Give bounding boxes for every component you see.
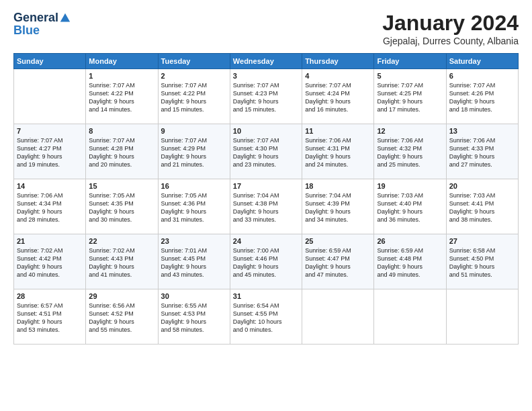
day-info: Sunrise: 7:06 AM Sunset: 4:34 PM Dayligh…	[17, 191, 83, 224]
table-row: 23Sunrise: 7:01 AM Sunset: 4:45 PM Dayli…	[158, 234, 230, 289]
day-number: 1	[89, 72, 154, 80]
day-info: Sunrise: 7:07 AM Sunset: 4:29 PM Dayligh…	[161, 136, 227, 169]
day-info: Sunrise: 7:07 AM Sunset: 4:23 PM Dayligh…	[233, 81, 299, 114]
day-number: 8	[89, 127, 154, 135]
day-info: Sunrise: 7:01 AM Sunset: 4:45 PM Dayligh…	[161, 246, 227, 279]
day-number: 2	[161, 72, 227, 80]
day-number: 14	[17, 182, 83, 190]
day-info: Sunrise: 7:06 AM Sunset: 4:32 PM Dayligh…	[377, 136, 443, 169]
logo-blue-text: Blue	[13, 24, 40, 38]
day-info: Sunrise: 6:54 AM Sunset: 4:55 PM Dayligh…	[233, 302, 299, 334]
day-number: 31	[233, 292, 299, 300]
table-row	[446, 289, 518, 345]
day-info: Sunrise: 7:07 AM Sunset: 4:28 PM Dayligh…	[89, 136, 154, 169]
day-number: 21	[17, 237, 83, 245]
day-number: 9	[161, 127, 227, 135]
logo: General Blue	[13, 11, 71, 38]
table-row: 8Sunrise: 7:07 AM Sunset: 4:28 PM Daylig…	[86, 124, 158, 179]
table-row: 17Sunrise: 7:04 AM Sunset: 4:38 PM Dayli…	[230, 179, 302, 234]
col-header-sunday: Sunday	[14, 54, 86, 69]
day-info: Sunrise: 7:07 AM Sunset: 4:25 PM Dayligh…	[377, 81, 443, 114]
table-row	[14, 69, 86, 124]
day-info: Sunrise: 6:55 AM Sunset: 4:53 PM Dayligh…	[161, 302, 227, 334]
day-info: Sunrise: 7:04 AM Sunset: 4:38 PM Dayligh…	[233, 191, 299, 224]
table-row: 7Sunrise: 7:07 AM Sunset: 4:27 PM Daylig…	[14, 124, 86, 179]
table-row: 22Sunrise: 7:02 AM Sunset: 4:43 PM Dayli…	[86, 234, 158, 289]
table-row: 29Sunrise: 6:56 AM Sunset: 4:52 PM Dayli…	[86, 289, 158, 345]
day-number: 20	[449, 182, 515, 190]
day-info: Sunrise: 6:59 AM Sunset: 4:47 PM Dayligh…	[305, 246, 371, 279]
table-row: 31Sunrise: 6:54 AM Sunset: 4:55 PM Dayli…	[230, 289, 302, 345]
day-info: Sunrise: 7:07 AM Sunset: 4:22 PM Dayligh…	[161, 81, 227, 114]
day-number: 17	[233, 182, 299, 190]
day-info: Sunrise: 7:07 AM Sunset: 4:22 PM Dayligh…	[89, 81, 154, 114]
col-header-wednesday: Wednesday	[230, 54, 302, 69]
day-info: Sunrise: 6:59 AM Sunset: 4:48 PM Dayligh…	[377, 246, 443, 279]
day-number: 25	[305, 237, 371, 245]
table-row: 19Sunrise: 7:03 AM Sunset: 4:40 PM Dayli…	[374, 179, 446, 234]
location-subtitle: Gjepalaj, Durres County, Albania	[382, 36, 519, 46]
table-row: 9Sunrise: 7:07 AM Sunset: 4:29 PM Daylig…	[158, 124, 230, 179]
col-header-friday: Friday	[374, 54, 446, 69]
table-row: 1Sunrise: 7:07 AM Sunset: 4:22 PM Daylig…	[86, 69, 158, 124]
day-number: 11	[305, 127, 371, 135]
day-info: Sunrise: 7:06 AM Sunset: 4:31 PM Dayligh…	[305, 136, 371, 169]
svg-marker-0	[60, 13, 70, 21]
day-number: 23	[161, 237, 227, 245]
table-row: 18Sunrise: 7:04 AM Sunset: 4:39 PM Dayli…	[302, 179, 374, 234]
table-row: 26Sunrise: 6:59 AM Sunset: 4:48 PM Dayli…	[374, 234, 446, 289]
table-row: 21Sunrise: 7:02 AM Sunset: 4:42 PM Dayli…	[14, 234, 86, 289]
table-row: 16Sunrise: 7:05 AM Sunset: 4:36 PM Dayli…	[158, 179, 230, 234]
day-info: Sunrise: 7:06 AM Sunset: 4:33 PM Dayligh…	[449, 136, 515, 169]
col-header-tuesday: Tuesday	[158, 54, 230, 69]
day-number: 12	[377, 127, 443, 135]
day-info: Sunrise: 7:07 AM Sunset: 4:26 PM Dayligh…	[449, 81, 515, 114]
table-row: 3Sunrise: 7:07 AM Sunset: 4:23 PM Daylig…	[230, 69, 302, 124]
day-number: 19	[377, 182, 443, 190]
table-row: 27Sunrise: 6:58 AM Sunset: 4:50 PM Dayli…	[446, 234, 518, 289]
table-row: 24Sunrise: 7:00 AM Sunset: 4:46 PM Dayli…	[230, 234, 302, 289]
day-info: Sunrise: 7:07 AM Sunset: 4:24 PM Dayligh…	[305, 81, 371, 114]
calendar-table: SundayMondayTuesdayWednesdayThursdayFrid…	[13, 53, 519, 345]
day-number: 30	[161, 292, 227, 300]
table-row: 14Sunrise: 7:06 AM Sunset: 4:34 PM Dayli…	[14, 179, 86, 234]
day-number: 13	[449, 127, 515, 135]
day-info: Sunrise: 7:05 AM Sunset: 4:36 PM Dayligh…	[161, 191, 227, 224]
logo-icon	[59, 12, 71, 24]
table-row: 28Sunrise: 6:57 AM Sunset: 4:51 PM Dayli…	[14, 289, 86, 345]
col-header-monday: Monday	[86, 54, 158, 69]
day-number: 6	[449, 72, 515, 80]
col-header-thursday: Thursday	[302, 54, 374, 69]
logo-general-text: General	[13, 11, 58, 25]
col-header-saturday: Saturday	[446, 54, 518, 69]
day-number: 26	[377, 237, 443, 245]
day-info: Sunrise: 7:02 AM Sunset: 4:43 PM Dayligh…	[89, 246, 154, 279]
table-row: 12Sunrise: 7:06 AM Sunset: 4:32 PM Dayli…	[374, 124, 446, 179]
day-number: 28	[17, 292, 83, 300]
day-number: 24	[233, 237, 299, 245]
day-number: 5	[377, 72, 443, 80]
table-row: 11Sunrise: 7:06 AM Sunset: 4:31 PM Dayli…	[302, 124, 374, 179]
day-info: Sunrise: 7:02 AM Sunset: 4:42 PM Dayligh…	[17, 246, 83, 279]
title-block: January 2024 Gjepalaj, Durres County, Al…	[382, 11, 519, 46]
table-row: 13Sunrise: 7:06 AM Sunset: 4:33 PM Dayli…	[446, 124, 518, 179]
table-row	[374, 289, 446, 345]
table-row: 15Sunrise: 7:05 AM Sunset: 4:35 PM Dayli…	[86, 179, 158, 234]
day-number: 10	[233, 127, 299, 135]
day-info: Sunrise: 7:03 AM Sunset: 4:40 PM Dayligh…	[377, 191, 443, 224]
table-row: 20Sunrise: 7:03 AM Sunset: 4:41 PM Dayli…	[446, 179, 518, 234]
day-number: 7	[17, 127, 83, 135]
day-number: 4	[305, 72, 371, 80]
table-row: 25Sunrise: 6:59 AM Sunset: 4:47 PM Dayli…	[302, 234, 374, 289]
table-row: 5Sunrise: 7:07 AM Sunset: 4:25 PM Daylig…	[374, 69, 446, 124]
day-number: 18	[305, 182, 371, 190]
day-info: Sunrise: 6:58 AM Sunset: 4:50 PM Dayligh…	[449, 246, 515, 279]
day-info: Sunrise: 7:03 AM Sunset: 4:41 PM Dayligh…	[449, 191, 515, 224]
day-info: Sunrise: 7:07 AM Sunset: 4:27 PM Dayligh…	[17, 136, 83, 169]
day-number: 15	[89, 182, 154, 190]
table-row: 4Sunrise: 7:07 AM Sunset: 4:24 PM Daylig…	[302, 69, 374, 124]
day-info: Sunrise: 7:05 AM Sunset: 4:35 PM Dayligh…	[89, 191, 154, 224]
day-number: 29	[89, 292, 154, 300]
day-info: Sunrise: 6:57 AM Sunset: 4:51 PM Dayligh…	[17, 302, 83, 334]
table-row: 30Sunrise: 6:55 AM Sunset: 4:53 PM Dayli…	[158, 289, 230, 345]
